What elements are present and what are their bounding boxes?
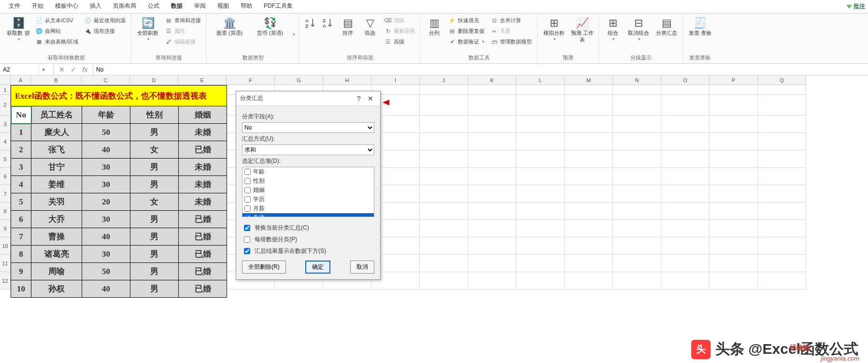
listbox-item[interactable]: 备注: [242, 213, 374, 217]
col-header[interactable]: C: [82, 75, 130, 85]
cell[interactable]: [468, 133, 516, 150]
cell[interactable]: [710, 185, 758, 203]
cell[interactable]: [758, 255, 806, 272]
flash-fill-button[interactable]: ⚡快速填充: [447, 15, 486, 25]
from-table-button[interactable]: ▦来自表格/区域: [34, 37, 80, 46]
cell[interactable]: [758, 272, 806, 290]
ok-button[interactable]: 确定: [305, 261, 330, 274]
cell[interactable]: [420, 116, 468, 133]
table-cell[interactable]: 关羽: [31, 193, 82, 211]
cell[interactable]: [565, 185, 613, 203]
cell[interactable]: [613, 203, 661, 220]
pagebreak-checkbox[interactable]: 每组数据分页(P): [242, 235, 374, 244]
row-header[interactable]: 11: [0, 255, 10, 272]
table-cell[interactable]: 未婚: [179, 193, 227, 211]
table-cell[interactable]: 40: [82, 228, 130, 246]
group-button[interactable]: ⊞组合▾: [603, 15, 623, 43]
cell[interactable]: [661, 116, 710, 133]
cell[interactable]: [565, 237, 613, 255]
cell[interactable]: [516, 255, 565, 272]
recent-sources-button[interactable]: 🕘最近使用的源: [83, 15, 127, 25]
table-cell[interactable]: 3: [11, 159, 31, 176]
cell[interactable]: [565, 203, 613, 220]
col-header[interactable]: K: [468, 75, 516, 85]
table-cell[interactable]: 甘宁: [31, 159, 82, 176]
existing-conn-button[interactable]: 🔌现有连接: [83, 26, 127, 36]
cell[interactable]: [613, 237, 661, 255]
table-cell[interactable]: 8: [11, 246, 31, 263]
table-cell[interactable]: 男: [130, 246, 179, 263]
table-cell[interactable]: 7: [11, 228, 31, 246]
table-cell[interactable]: 周喻: [31, 263, 82, 280]
cell[interactable]: [565, 85, 613, 95]
invoice-check-button[interactable]: 🧾发票 查验: [687, 15, 712, 38]
col-header[interactable]: L: [516, 75, 565, 85]
listbox-checkbox[interactable]: [244, 205, 251, 212]
cell[interactable]: [758, 237, 806, 255]
table-cell[interactable]: 30: [82, 211, 130, 228]
menu-item-2[interactable]: 模板中心: [49, 0, 84, 14]
cell[interactable]: [710, 203, 758, 220]
listbox-item[interactable]: 婚姻: [242, 186, 374, 195]
col-header[interactable]: E: [178, 75, 227, 85]
table-cell[interactable]: 未婚: [179, 159, 227, 176]
col-header[interactable]: D: [130, 75, 178, 85]
cell[interactable]: [420, 95, 468, 116]
menu-item-7[interactable]: 审阅: [188, 0, 212, 14]
row-header[interactable]: 7: [0, 185, 10, 203]
row-header[interactable]: 6: [0, 168, 10, 185]
table-cell[interactable]: 男: [130, 280, 179, 298]
menu-item-4[interactable]: 页面布局: [107, 0, 142, 14]
table-cell[interactable]: 诸葛亮: [31, 246, 82, 263]
cell[interactable]: [710, 85, 758, 95]
table-cell[interactable]: 男: [130, 124, 179, 141]
filter-button[interactable]: ▽筛选: [360, 15, 380, 38]
formula-input[interactable]: [93, 65, 868, 74]
dialog-help-button[interactable]: ?: [353, 95, 365, 102]
items-listbox[interactable]: 年龄性别婚姻学历月薪备注: [242, 167, 374, 217]
remove-dup-button[interactable]: ▤删除重复值: [447, 26, 486, 36]
cell[interactable]: [710, 133, 758, 150]
table-header-cell[interactable]: No: [11, 106, 31, 124]
listbox-item[interactable]: 性别: [242, 176, 374, 186]
cell[interactable]: [516, 168, 565, 185]
table-cell[interactable]: 女: [130, 193, 179, 211]
from-csv-button[interactable]: 📄从文本/CSV: [34, 15, 80, 25]
row-header[interactable]: 10: [0, 237, 10, 255]
refresh-all-button[interactable]: 🔄全部刷新▾: [135, 15, 160, 43]
menu-item-10[interactable]: PDF工具集: [258, 0, 299, 14]
advanced-filter-button[interactable]: ☰高级: [383, 37, 416, 46]
manage-model-button[interactable]: 🗃管理数据模型: [489, 37, 533, 46]
row-header[interactable]: 2: [0, 95, 10, 116]
row-header[interactable]: 8: [0, 203, 10, 220]
what-if-button[interactable]: ⊞模拟分析▾: [541, 15, 567, 43]
listbox-checkbox[interactable]: [244, 169, 251, 175]
table-cell[interactable]: 男: [130, 176, 179, 193]
cell[interactable]: [710, 272, 758, 290]
table-header-cell[interactable]: 年龄: [82, 106, 130, 124]
replace-checkbox[interactable]: 替换当前分类汇总(C): [242, 223, 374, 232]
cell[interactable]: [613, 168, 661, 185]
cell[interactable]: [613, 95, 661, 116]
queries-conn-button[interactable]: ▤查询和连接: [163, 15, 202, 25]
cell[interactable]: [468, 168, 516, 185]
table-cell[interactable]: 6: [11, 211, 31, 228]
ungroup-button[interactable]: ⊟取消组合▾: [626, 15, 651, 43]
cell[interactable]: [565, 220, 613, 237]
col-header[interactable]: J: [420, 75, 468, 85]
cell[interactable]: [565, 95, 613, 116]
table-cell[interactable]: 已婚: [179, 246, 227, 263]
listbox-item[interactable]: 年龄: [242, 167, 374, 176]
stocks-button[interactable]: 🏛️股票 (英语): [211, 15, 248, 38]
cell[interactable]: [565, 150, 613, 168]
cell[interactable]: [516, 185, 565, 203]
cancel-formula-button[interactable]: ✕: [57, 66, 67, 73]
listbox-checkbox[interactable]: [244, 187, 251, 193]
below-cb-input[interactable]: [244, 248, 250, 254]
col-header[interactable]: O: [661, 75, 710, 85]
table-cell[interactable]: 大乔: [31, 211, 82, 228]
table-cell[interactable]: 未婚: [179, 176, 227, 193]
table-cell[interactable]: 9: [11, 263, 31, 280]
cell[interactable]: [420, 168, 468, 185]
cell[interactable]: [613, 150, 661, 168]
